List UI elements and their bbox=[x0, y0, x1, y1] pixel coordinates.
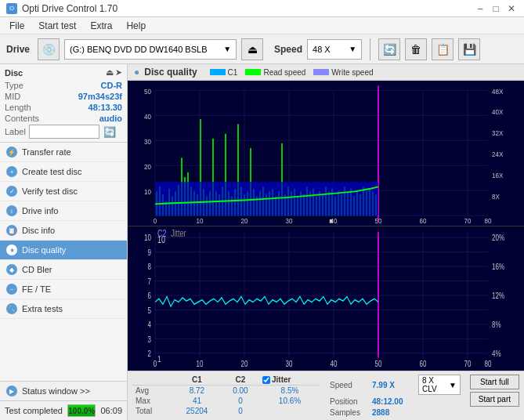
maximize-button[interactable]: □ bbox=[490, 2, 502, 15]
position-stat-value: 48:12.00 bbox=[372, 397, 415, 406]
status-window-button[interactable]: ▶ Status window >> bbox=[0, 382, 127, 401]
col-header-jitter-check: Jitter bbox=[259, 375, 320, 386]
chart-title-icon: ● bbox=[134, 67, 139, 78]
total-jitter bbox=[259, 406, 320, 416]
save-button[interactable]: 💾 bbox=[458, 38, 480, 60]
lower-chart-svg: 10 10 9 8 7 6 5 4 3 2 20% 16% 12% bbox=[128, 226, 524, 371]
svg-text:32X: 32X bbox=[492, 129, 503, 137]
menu-file[interactable]: File bbox=[3, 19, 31, 33]
stats-bar: C1 C2 Jitter Avg 8.72 0 bbox=[128, 371, 524, 420]
create-test-disc-label: Create test disc bbox=[22, 167, 81, 176]
disc-label-icon-btn[interactable]: 🔄 bbox=[103, 125, 117, 139]
eject-button[interactable]: ⏏ bbox=[241, 38, 263, 60]
svg-text:40X: 40X bbox=[492, 107, 503, 116]
disc-contents-value: audio bbox=[99, 114, 122, 123]
disc-arrow-icon[interactable]: ➤ bbox=[115, 67, 122, 78]
extra-tests-icon: 🔧 bbox=[6, 303, 17, 314]
svg-text:C2: C2 bbox=[157, 227, 166, 238]
minimize-button[interactable]: – bbox=[474, 2, 486, 15]
svg-text:60: 60 bbox=[420, 358, 427, 368]
transfer-rate-label: Transfer rate bbox=[22, 147, 71, 157]
disc-info-header: Disc ⏏ ➤ bbox=[5, 67, 122, 78]
status-window-icon: ▶ bbox=[6, 386, 17, 396]
svg-text:8: 8 bbox=[148, 261, 152, 271]
disc-section-title: Disc bbox=[5, 68, 23, 78]
jitter-checkbox[interactable] bbox=[262, 376, 270, 384]
sidebar-item-drive-info[interactable]: i Drive info bbox=[0, 201, 127, 221]
start-full-button[interactable]: Start full bbox=[470, 375, 519, 389]
svg-text:80: 80 bbox=[485, 358, 492, 368]
stats-row-avg: Avg 8.72 0.00 8.5% bbox=[132, 386, 320, 396]
disc-length-row: Length 48:13.30 bbox=[5, 103, 122, 112]
disc-label-key: Label bbox=[5, 127, 26, 136]
svg-text:4: 4 bbox=[148, 319, 152, 329]
read-speed-color bbox=[245, 69, 261, 75]
sidebar-item-verify-test-disc[interactable]: ✓ Verify test disc bbox=[0, 182, 127, 201]
close-button[interactable]: ✕ bbox=[505, 2, 518, 15]
svg-rect-109 bbox=[128, 226, 524, 371]
c1-label: C1 bbox=[228, 68, 238, 77]
drive-select[interactable]: (G:) BENQ DVD DD DW1640 BSLB ▼ bbox=[64, 39, 237, 60]
svg-text:20: 20 bbox=[241, 216, 248, 225]
disc-info-section: Disc ⏏ ➤ Type CD-R MID 97m34s23f Length … bbox=[0, 64, 127, 143]
stats-table: C1 C2 Jitter Avg 8.72 0 bbox=[132, 375, 320, 416]
samples-row: Samples 2888 bbox=[330, 408, 461, 417]
sidebar-item-disc-quality[interactable]: ★ Disc quality bbox=[0, 241, 127, 260]
svg-text:20: 20 bbox=[241, 358, 248, 368]
menu-extra[interactable]: Extra bbox=[84, 19, 118, 33]
copy-button[interactable]: 📋 bbox=[432, 38, 454, 60]
speed-dropdown[interactable]: 8 X CLV ▼ bbox=[418, 375, 461, 395]
toolbar-separator bbox=[370, 38, 370, 60]
position-stat-label: Position bbox=[330, 397, 369, 406]
svg-text:■: ■ bbox=[330, 216, 334, 225]
svg-text:16%: 16% bbox=[492, 261, 504, 271]
avg-c2: 0.00 bbox=[222, 386, 259, 396]
svg-text:10: 10 bbox=[144, 187, 151, 196]
menu-help[interactable]: Help bbox=[120, 19, 152, 33]
avg-jitter: 8.5% bbox=[259, 386, 320, 396]
menu-start-test[interactable]: Start test bbox=[32, 19, 82, 33]
sidebar-item-create-test-disc[interactable]: + Create test disc bbox=[0, 162, 127, 182]
samples-stat-value: 2888 bbox=[372, 408, 415, 417]
c1-color bbox=[210, 69, 226, 75]
disc-mid-row: MID 97m34s23f bbox=[5, 92, 122, 101]
disc-eject-icon[interactable]: ⏏ bbox=[106, 67, 114, 78]
svg-text:3: 3 bbox=[148, 334, 152, 344]
samples-stat-label: Samples bbox=[330, 408, 369, 417]
refresh-button[interactable]: 🔄 bbox=[378, 38, 400, 60]
svg-text:4%: 4% bbox=[492, 348, 501, 358]
speed-row: Speed 7.99 X 8 X CLV ▼ bbox=[330, 375, 461, 395]
col-header-c1: C1 bbox=[172, 375, 222, 386]
start-part-button[interactable]: Start part bbox=[470, 392, 519, 407]
app-title: Opti Drive Control 1.70 bbox=[22, 3, 117, 14]
max-c2: 0 bbox=[222, 396, 259, 406]
delete-button[interactable]: 🗑 bbox=[405, 38, 427, 60]
drive-label: Drive bbox=[6, 44, 30, 55]
sidebar-item-transfer-rate[interactable]: ⚡ Transfer rate bbox=[0, 143, 127, 162]
write-speed-color bbox=[313, 69, 329, 75]
disc-length-key: Length bbox=[5, 103, 31, 112]
progress-text: 100.0% bbox=[68, 407, 95, 415]
upper-chart-svg: 50 40 30 20 10 48X 40X 32X 24X 16X 8X 0 bbox=[128, 81, 524, 226]
sidebar-item-disc-info[interactable]: 📋 Disc info bbox=[0, 221, 127, 241]
title-bar-left: O Opti Drive Control 1.70 bbox=[6, 3, 117, 14]
verify-test-disc-label: Verify test disc bbox=[22, 186, 78, 196]
drive-icon-btn[interactable]: 💿 bbox=[38, 38, 60, 60]
speed-select[interactable]: 48 X ▼ bbox=[307, 39, 362, 60]
disc-label-input[interactable] bbox=[29, 125, 99, 139]
disc-quality-icon: ★ bbox=[6, 244, 17, 255]
sidebar-item-fe-te[interactable]: ~ FE / TE bbox=[0, 280, 127, 299]
sidebar-item-cd-bler[interactable]: ◆ CD Bler bbox=[0, 260, 127, 280]
disc-type-value: CD-R bbox=[101, 81, 123, 90]
sidebar-item-extra-tests[interactable]: 🔧 Extra tests bbox=[0, 299, 127, 319]
svg-text:10: 10 bbox=[197, 216, 204, 225]
max-label: Max bbox=[132, 396, 172, 406]
fe-te-icon: ~ bbox=[6, 284, 17, 295]
max-c1: 41 bbox=[172, 396, 222, 406]
svg-text:8%: 8% bbox=[492, 319, 501, 329]
svg-text:40: 40 bbox=[144, 112, 151, 121]
svg-text:30: 30 bbox=[286, 216, 293, 225]
total-label: Total bbox=[132, 406, 172, 416]
svg-text:20%: 20% bbox=[492, 233, 504, 243]
disc-mid-key: MID bbox=[5, 92, 20, 101]
